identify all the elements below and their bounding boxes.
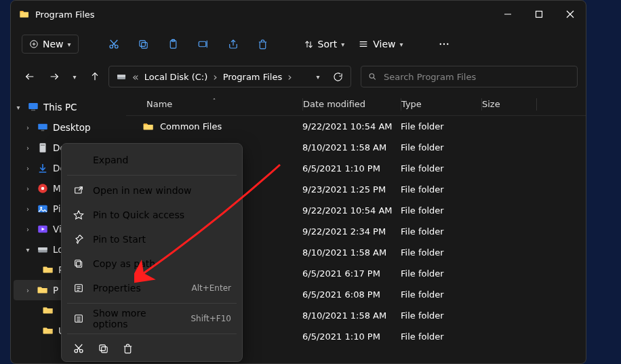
recent-dropdown[interactable]: ▾ — [68, 66, 81, 87]
ctx-delete-button[interactable] — [120, 341, 135, 356]
breadcrumb-chevron[interactable]: › — [286, 70, 293, 83]
pictures-icon — [37, 203, 49, 215]
ctx-pin-start[interactable]: Pin to Start — [66, 227, 238, 251]
ctx-show-more[interactable]: Show more options Shift+F10 — [66, 306, 238, 331]
command-bar: New ▾ Sort ▾ View ▾ — [11, 28, 586, 60]
file-type: File folder — [401, 163, 481, 174]
col-size[interactable]: Size — [482, 99, 536, 109]
ctx-properties[interactable]: Properties Alt+Enter — [66, 276, 238, 300]
new-label: New — [43, 39, 64, 49]
svg-rect-52 — [77, 262, 82, 268]
nav-bar: ▾ « Local Disk (C:) › Program Files › ▾ — [11, 60, 586, 93]
breadcrumb-folder[interactable]: Program Files — [219, 72, 287, 82]
ctx-expand[interactable]: Expand — [66, 148, 238, 172]
breadcrumb-chevron[interactable]: › — [212, 70, 218, 83]
ctx-copy-path[interactable]: Copy as path — [66, 251, 238, 276]
file-type: File folder — [401, 289, 481, 300]
svg-rect-30 — [117, 75, 125, 77]
svg-rect-34 — [31, 110, 35, 111]
delete-button[interactable] — [249, 32, 277, 56]
file-date: 9/22/2021 10:54 AM — [302, 205, 401, 216]
open-new-window-icon — [73, 184, 85, 197]
file-date: 8/10/2021 1:58 AM — [302, 310, 401, 321]
svg-rect-15 — [199, 41, 206, 47]
breadcrumb-drive[interactable]: Local Disk (C:) — [140, 72, 212, 82]
svg-rect-11 — [142, 42, 148, 47]
file-type: File folder — [401, 205, 481, 216]
file-type: File folder — [401, 331, 481, 342]
folder-icon — [142, 121, 155, 133]
ctx-pin-quick-access[interactable]: Pin to Quick access — [66, 203, 238, 227]
svg-rect-12 — [140, 40, 146, 46]
accel: Shift+F10 — [191, 314, 231, 323]
drive-icon — [112, 71, 131, 82]
svg-rect-33 — [28, 103, 38, 109]
more-button[interactable] — [430, 32, 458, 56]
ctx-copy-button[interactable] — [96, 341, 111, 356]
svg-marker-51 — [74, 211, 83, 219]
drive-icon — [37, 243, 49, 256]
cut-button[interactable] — [100, 32, 127, 56]
maximize-button[interactable] — [523, 1, 555, 28]
title-bar: Program Files — [11, 1, 586, 28]
folder-icon — [42, 325, 54, 337]
col-name[interactable]: Name˄ — [126, 99, 302, 109]
svg-rect-38 — [41, 145, 45, 146]
file-date: 6/5/2021 6:08 PM — [302, 289, 401, 300]
up-button[interactable] — [84, 66, 106, 87]
svg-point-44 — [40, 207, 42, 209]
sort-label: Sort — [318, 39, 338, 49]
address-bar[interactable]: « Local Disk (C:) › Program Files › ▾ — [108, 66, 351, 87]
chevron-down-icon: ▾ — [400, 41, 403, 48]
svg-rect-37 — [40, 143, 46, 153]
file-date: 6/5/2021 6:17 PM — [302, 268, 401, 279]
breadcrumb-chevron[interactable]: « — [131, 70, 140, 83]
file-date: 6/5/2021 1:10 PM — [302, 331, 401, 342]
back-button[interactable] — [19, 66, 41, 87]
svg-point-24 — [443, 43, 444, 45]
svg-rect-1 — [536, 12, 542, 18]
paste-button[interactable] — [160, 32, 187, 56]
pc-icon — [27, 101, 39, 113]
file-date: 9/22/2021 2:34 PM — [302, 226, 401, 237]
sort-asc-icon: ˄ — [213, 98, 216, 104]
file-date: 6/5/2021 1:10 PM — [302, 163, 401, 174]
new-button[interactable]: New ▾ — [22, 35, 79, 54]
minimize-button[interactable] — [492, 1, 523, 28]
close-button[interactable] — [555, 1, 586, 28]
file-type: File folder — [401, 268, 481, 279]
ctx-open-new-window[interactable]: Open in new window — [66, 178, 238, 203]
share-button[interactable] — [220, 32, 247, 56]
svg-rect-48 — [38, 247, 47, 250]
accel: Alt+Enter — [191, 283, 231, 293]
file-date: 8/10/2021 1:58 AM — [302, 142, 401, 153]
tree-this-pc[interactable]: ▾This PC — [14, 97, 123, 117]
sort-button[interactable]: Sort ▾ — [298, 39, 350, 49]
properties-icon — [73, 282, 85, 294]
music-icon — [37, 182, 49, 195]
more-icon — [73, 312, 85, 325]
ctx-cut-button[interactable] — [71, 341, 86, 356]
view-icon — [358, 39, 369, 49]
copy-button[interactable] — [130, 32, 157, 56]
svg-point-23 — [439, 43, 441, 45]
view-button[interactable]: View ▾ — [353, 39, 408, 49]
col-type[interactable]: Type — [401, 99, 481, 109]
file-type: File folder — [401, 310, 481, 321]
tree-desktop[interactable]: ›Desktop — [14, 117, 123, 138]
address-drop[interactable]: ▾ — [308, 73, 327, 81]
downloads-icon — [37, 162, 49, 174]
star-icon — [73, 209, 85, 221]
forward-button[interactable] — [43, 66, 65, 87]
search-box[interactable] — [361, 66, 578, 87]
file-row[interactable]: Common Files9/22/2021 10:54 AMFile folde… — [126, 116, 586, 137]
rename-button[interactable] — [190, 32, 217, 56]
refresh-button[interactable] — [327, 72, 348, 82]
folder-icon — [37, 284, 49, 296]
search-input[interactable] — [384, 72, 570, 82]
svg-point-25 — [447, 43, 448, 45]
svg-rect-66 — [101, 346, 107, 352]
folder-icon — [42, 304, 54, 317]
col-date[interactable]: Date modified — [303, 99, 401, 109]
file-type: File folder — [401, 184, 481, 195]
